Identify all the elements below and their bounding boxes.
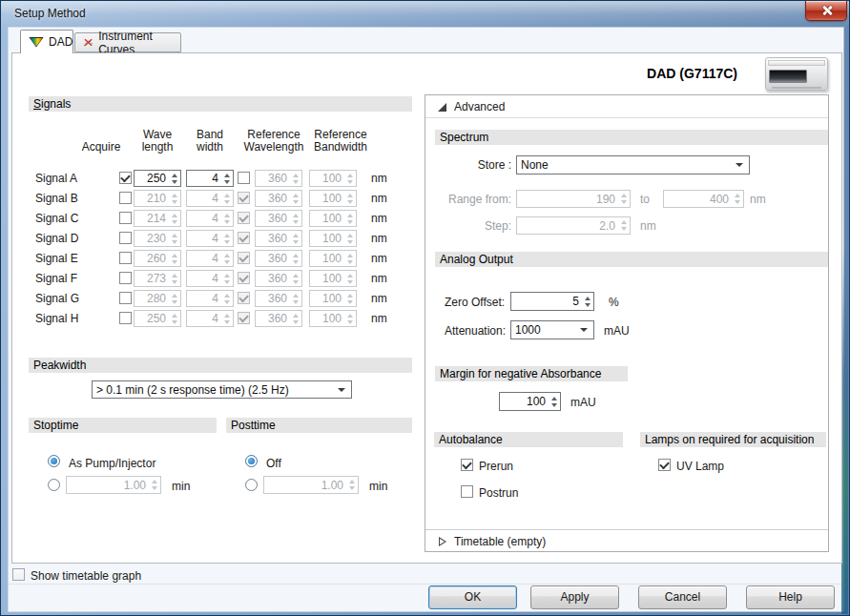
spinner-up-icon [347,214,353,217]
timetable-expander[interactable]: Timetable (empty) [425,529,828,552]
wavelength-input-spinner-buttons [169,191,180,206]
bandwidth-input-spinner-buttons[interactable] [221,171,233,186]
spinner-up-icon [224,254,230,257]
spinner-up-icon [172,314,177,318]
reference-wavelength-input: 360 [255,250,302,267]
footer-separator [9,584,843,585]
help-button[interactable]: Help [746,585,835,609]
bandwidth-input-value: 4 [187,232,221,245]
reference-bandwidth-input-spinner-buttons [344,251,356,266]
acquire-checkbox[interactable] [119,252,132,264]
prerun-checkbox[interactable] [461,459,473,471]
reference-wavelength-input: 360 [255,210,302,227]
margin-unit-label: mAU [570,396,596,409]
reference-wavelength-input-value: 360 [256,272,290,285]
margin-spinner-buttons[interactable] [549,393,560,410]
spinner-up-icon [293,174,299,177]
acquire-checkbox[interactable] [119,312,132,324]
stoptime-time-value: 1.00 [67,479,149,492]
spinner-down-icon[interactable] [172,180,177,184]
spinner-down-icon [224,280,230,284]
wavelength-input-value: 280 [135,292,169,305]
spinner-up-icon [293,294,299,298]
posttime-off-radio[interactable] [245,455,258,467]
wavelength-input: 230 [134,230,181,247]
reference-bandwidth-input-spinner-buttons [344,291,356,306]
spinner-up-icon[interactable] [551,397,557,400]
wavelength-input-spinner-buttons[interactable] [169,171,180,186]
bandwidth-input-value: 4 [187,272,221,285]
reference-checkbox [238,192,250,204]
cancel-button[interactable]: Cancel [638,585,727,609]
acquire-checkbox[interactable] [119,292,132,304]
dad-tab-page: DAD (G7117C) Signals Acquire Wave length… [11,52,842,564]
zero-offset-spinner-buttons[interactable] [582,293,593,310]
wavelength-input-value: 210 [135,192,169,205]
bandwidth-input-value: 4 [187,252,221,265]
reference-wavelength-input-spinner-buttons [290,191,301,206]
acquire-checkbox[interactable] [119,232,132,244]
spinner-down-icon[interactable] [585,303,591,307]
spinner-up-icon [293,314,299,318]
autobalance-section-header: Autobalance [434,432,623,447]
reference-wavelength-input-value: 360 [256,212,290,225]
attenuation-dropdown[interactable]: 1000 [510,320,594,339]
stoptime-time-radio[interactable] [48,479,60,491]
step-spinner-buttons [618,217,630,234]
reference-checkbox [238,232,250,244]
spinner-up-icon[interactable] [224,174,230,177]
wavelength-input[interactable]: 250 [134,170,181,187]
acquire-checkbox[interactable] [119,172,132,184]
expander-collapsed-icon [439,537,446,546]
peakwidth-dropdown[interactable]: > 0.1 min (2 s response time) (2.5 Hz) [92,380,352,399]
acquire-checkbox[interactable] [119,272,132,284]
spinner-down-icon [293,180,299,184]
tab-dad[interactable]: DAD [20,30,73,53]
acquire-checkbox[interactable] [119,212,132,224]
range-from-input: 190 [516,190,631,208]
spinner-down-icon [347,180,353,184]
margin-input[interactable]: 100 [499,392,561,411]
range-to-value: 400 [664,193,732,206]
detector-module-image [765,57,828,91]
reference-wavelength-input-spinner-buttons [290,271,301,286]
apply-button[interactable]: Apply [530,585,619,609]
postrun-checkbox[interactable] [461,485,473,498]
bandwidth-input: 4 [186,310,234,327]
spinner-up-icon[interactable] [585,297,591,300]
acquire-checkbox[interactable] [119,192,132,204]
spinner-down-icon [293,240,299,244]
store-dropdown[interactable]: None [516,155,750,175]
tab-instrument-curves[interactable]: Instrument Curves [74,32,181,52]
spinner-down-icon [152,486,157,490]
reference-wavelength-input-value: 360 [256,172,290,185]
reference-bandwidth-input: 100 [309,290,357,307]
stoptime-as-pump-radio[interactable] [48,455,60,467]
reference-bandwidth-input-value: 100 [310,252,344,265]
spinner-down-icon [224,320,230,324]
reference-bandwidth-input: 100 [309,250,357,267]
close-button[interactable] [805,1,847,21]
ok-button[interactable]: OK [428,585,517,609]
show-timetable-graph-checkbox[interactable] [12,568,25,581]
chevron-down-icon [338,388,345,392]
spinner-down-icon[interactable] [224,180,230,184]
reference-checkbox [238,312,250,324]
spinner-down-icon[interactable] [551,403,557,407]
reference-wavelength-input-value: 360 [256,252,290,265]
bandwidth-input[interactable]: 4 [186,170,234,187]
attenuation-label: Attenuation: [445,324,506,338]
zero-offset-input[interactable]: 5 [510,292,594,311]
posttime-spinner-buttons [346,477,358,493]
title-bar[interactable]: Setup Method [1,1,849,28]
reference-wavelength-input: 360 [255,290,302,307]
reference-checkbox[interactable] [238,172,250,184]
spinner-up-icon [293,254,299,257]
step-label: Step: [435,219,511,233]
advanced-expander[interactable]: Advanced [425,95,828,118]
spinner-up-icon[interactable] [172,174,177,177]
uv-lamp-checkbox[interactable] [658,459,671,471]
signal-label: Signal F [35,272,77,285]
posttime-time-radio[interactable] [245,479,258,491]
step-value: 2.0 [517,219,618,233]
